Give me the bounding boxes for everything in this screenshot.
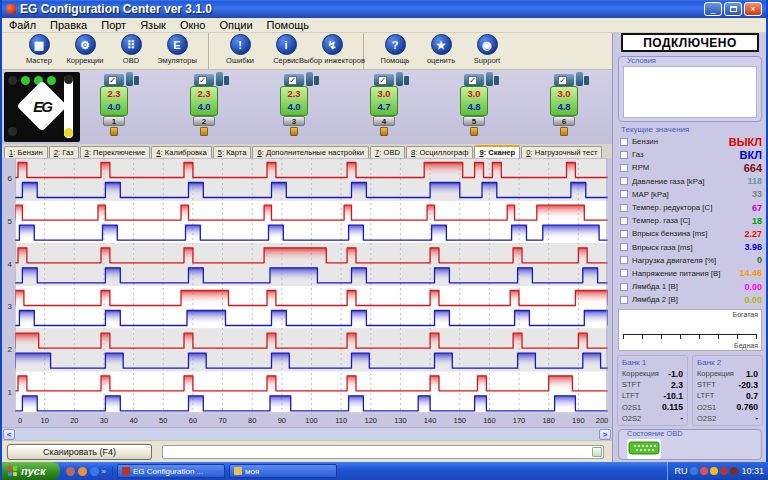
windows-logo-icon (8, 466, 18, 476)
toolbar-button-wizard[interactable]: ▦Мастер (16, 34, 62, 69)
task-window-button[interactable]: моя (229, 464, 337, 478)
scan-result-combobox[interactable] (162, 445, 604, 459)
value-checkbox[interactable] (620, 230, 628, 238)
toolbar-button-errors[interactable]: !Ошибки (217, 34, 263, 69)
scan-button[interactable]: Сканировать (F4) (7, 444, 152, 460)
menu-item[interactable]: Язык (133, 19, 173, 31)
toolbar-button-gear[interactable]: ⚙Коррекции (62, 34, 108, 69)
injector-gas-value: 4.0 (191, 101, 217, 113)
injector-checkbox[interactable]: ✓ (108, 76, 117, 85)
toolbar-button-label: оценить (427, 56, 455, 65)
injector-2[interactable]: ✓2.34.02 (188, 74, 232, 142)
value-checkbox[interactable] (620, 296, 628, 304)
quick-launch: » (60, 467, 113, 476)
injector-select-icon: ↯ (322, 34, 343, 55)
tab-1[interactable]: 1: Бензин (4, 146, 48, 158)
toolbar-button-obd[interactable]: ⠿OBD (108, 34, 154, 69)
injector-checkbox[interactable]: ✓ (558, 76, 567, 85)
value-number: 2.27 (744, 229, 764, 239)
obd-icon: ⠿ (121, 34, 142, 55)
menu-item[interactable]: Опции (212, 19, 259, 31)
minimize-button[interactable]: _ (704, 2, 722, 16)
injector-5[interactable]: ✓3.04.85 (458, 74, 502, 142)
language-indicator[interactable]: RU (674, 466, 687, 476)
value-checkbox[interactable] (620, 217, 628, 225)
injector-connector (126, 72, 133, 86)
bottom-controls: Сканировать (F4) (2, 440, 612, 462)
logo-eg-text: EG (24, 98, 60, 115)
quick-launch-icon[interactable] (78, 467, 87, 476)
value-number: 3.98 (744, 242, 764, 252)
injector-gas-value: 4.0 (101, 101, 127, 113)
waveform-canvas[interactable] (15, 158, 608, 414)
value-checkbox[interactable] (620, 256, 628, 264)
emulators-icon: E (167, 34, 188, 55)
value-number: 14.46 (739, 268, 764, 278)
injector-4[interactable]: ✓3.04.74 (368, 74, 412, 142)
tab-6[interactable]: 6: Дополнительные настройки (252, 146, 369, 158)
value-checkbox[interactable] (620, 151, 628, 159)
chevron-icon[interactable]: » (102, 467, 106, 476)
scroll-right-arrow-icon[interactable]: > (599, 429, 611, 440)
tray-icon[interactable] (720, 467, 728, 475)
value-checkbox[interactable] (620, 269, 628, 277)
menu-item[interactable]: Правка (43, 19, 94, 31)
quick-launch-icon[interactable] (66, 467, 75, 476)
injector-checkbox[interactable]: ✓ (198, 76, 207, 85)
conditions-label: Условия (627, 56, 656, 65)
value-checkbox[interactable] (620, 190, 628, 198)
toolbar-button-label: Выбор инжекторов (299, 56, 365, 65)
injector-connector (314, 76, 319, 85)
taskbar: пуск » EG Configuration ...моя RU 10:31 (2, 462, 768, 480)
value-checkbox[interactable] (620, 283, 628, 291)
bank-row: Коррекция1.0 (693, 368, 762, 379)
value-row: БензинВЫКЛ (618, 135, 764, 148)
injector-checkbox[interactable]: ✓ (468, 76, 477, 85)
tab-10[interactable]: 0: Нагрузочный тест (521, 146, 602, 158)
value-checkbox[interactable] (620, 138, 628, 146)
value-checkbox[interactable] (620, 164, 628, 172)
tab-8[interactable]: 8: Осциллограф (406, 146, 473, 158)
toolbar-button-rate[interactable]: ★оценить (418, 34, 464, 69)
tray-icon[interactable] (690, 467, 698, 475)
toolbar-button-emulators[interactable]: EЭмуляторы (154, 34, 200, 69)
injector-1[interactable]: ✓2.34.01 (98, 74, 142, 142)
tab-3[interactable]: 3: Переключение (80, 146, 151, 158)
toolbar-button-support[interactable]: ◉Support (464, 34, 510, 69)
quick-launch-icon[interactable] (90, 467, 99, 476)
value-checkbox[interactable] (620, 204, 628, 212)
toolbar-button-label: Ошибки (226, 56, 254, 65)
horizontal-scrollbar[interactable]: < > (2, 427, 612, 440)
tray-icon[interactable] (710, 467, 718, 475)
menu-item[interactable]: Порт (94, 19, 133, 31)
tray-icon[interactable] (730, 467, 738, 475)
close-button[interactable]: × (744, 2, 762, 16)
value-checkbox[interactable] (620, 243, 628, 251)
logo-led-green (21, 76, 30, 85)
combo-dropdown-button[interactable] (592, 447, 602, 457)
tab-4[interactable]: 4: Калибровка (151, 146, 211, 158)
menu-item[interactable]: Окно (173, 19, 213, 31)
scroll-left-arrow-icon[interactable]: < (3, 429, 15, 440)
tab-2[interactable]: 2: Газ (49, 146, 79, 158)
value-row: Напряжение питания [B]14.46 (618, 267, 764, 280)
menu-item[interactable]: Помощь (260, 19, 317, 31)
task-window-button[interactable]: EG Configuration ... (117, 464, 225, 478)
injector-checkbox[interactable]: ✓ (378, 76, 387, 85)
injector-checkbox[interactable]: ✓ (288, 76, 297, 85)
value-checkbox[interactable] (620, 177, 628, 185)
injector-6[interactable]: ✓3.04.86 (548, 74, 592, 142)
tab-7[interactable]: 7: OBD (370, 146, 405, 158)
tab-9[interactable]: 9: Сканер (474, 145, 520, 158)
toolbar-button-help[interactable]: ?Помощь (372, 34, 418, 69)
x-tick-label: 60 (189, 416, 197, 425)
injector-3[interactable]: ✓2.34.03 (278, 74, 322, 142)
tab-5[interactable]: 5: Карта (213, 146, 252, 158)
restore-button[interactable] (724, 2, 742, 16)
tray-icon[interactable] (700, 467, 708, 475)
toolbar-button-injector-select[interactable]: ↯Выбор инжекторов (309, 34, 355, 69)
start-button[interactable]: пуск (2, 462, 60, 480)
value-number: 33 (752, 189, 764, 199)
menu-item[interactable]: Файл (2, 19, 43, 31)
injector-number: 4 (373, 116, 395, 126)
